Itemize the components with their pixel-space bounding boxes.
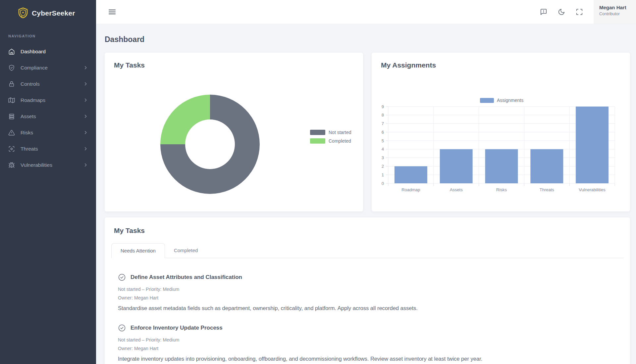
legend-label: Not started <box>329 130 351 135</box>
circle-check-icon[interactable] <box>118 273 126 281</box>
sidebar-item-label: Threats <box>21 146 38 152</box>
task-item: Enforce Inventory Update ProcessNot star… <box>118 324 617 362</box>
svg-text:5: 5 <box>382 138 384 143</box>
scan-target-icon <box>8 146 15 152</box>
user-menu[interactable]: Megan Hart Contributor <box>594 0 636 24</box>
sidebar-item-label: Compliance <box>21 65 48 71</box>
chevron-right-icon <box>83 114 88 119</box>
my-tasks-chart-card: My Tasks Not startedCompleted <box>105 53 363 211</box>
svg-text:2: 2 <box>382 164 384 169</box>
tab-needs-attention[interactable]: Needs Attention <box>111 243 165 258</box>
sidebar-item-label: Assets <box>21 114 36 119</box>
svg-text:1: 1 <box>382 172 384 177</box>
svg-text:Risks: Risks <box>496 187 507 192</box>
cards-row: My Tasks Not startedCompleted My Assignm… <box>105 53 630 211</box>
nav-list: DashboardComplianceControlsRoadmapsAsset… <box>0 43 96 173</box>
task-header[interactable]: Enforce Inventory Update Process <box>118 324 617 332</box>
circle-check-icon[interactable] <box>118 324 126 332</box>
app-logo[interactable]: CyberSeeker <box>0 0 96 19</box>
legend-item: Completed <box>310 138 351 144</box>
svg-text:7: 7 <box>382 121 384 126</box>
task-status: Not started – Priority: Medium <box>118 337 617 342</box>
bar-assets <box>440 149 473 183</box>
bar-roadmap <box>395 166 427 183</box>
assignments-bar-chart: 0123456789RoadmapAssetsRisksThreatsVulne… <box>372 86 630 197</box>
bar-risks <box>485 149 518 183</box>
sidebar-item-assets[interactable]: Assets <box>0 108 96 124</box>
sidebar-item-risks[interactable]: Risks <box>0 124 96 141</box>
svg-text:3: 3 <box>382 155 384 160</box>
svg-text:Vulnerabilities: Vulnerabilities <box>579 187 606 192</box>
legend-label: Completed <box>329 138 351 144</box>
legend-swatch <box>310 130 325 135</box>
topbar-right: Megan Hart Contributor <box>540 0 636 24</box>
bug-icon <box>8 162 15 168</box>
task-description: Standardise asset metadata fields such a… <box>118 305 617 311</box>
shield-logo-icon <box>18 7 28 19</box>
chevron-right-icon <box>83 81 88 86</box>
tasks-donut-chart <box>160 95 260 194</box>
tasks-tabs: Needs AttentionCompleted <box>111 243 623 258</box>
sidebar-item-label: Controls <box>21 81 40 87</box>
legend-swatch <box>310 138 325 144</box>
task-item: Define Asset Attributes and Classificati… <box>118 273 617 311</box>
shield-check-icon <box>8 65 15 71</box>
chevron-right-icon <box>83 162 88 167</box>
app-name: CyberSeeker <box>32 9 75 17</box>
chevron-right-icon <box>83 130 88 135</box>
task-list: Define Asset Attributes and Classificati… <box>105 258 630 362</box>
task-header[interactable]: Define Asset Attributes and Classificati… <box>118 273 617 281</box>
bar-vulnerabilities <box>576 107 609 183</box>
svg-text:9: 9 <box>382 104 384 109</box>
user-name: Megan Hart <box>599 5 633 10</box>
lock-icon <box>8 81 15 87</box>
map-icon <box>8 97 15 104</box>
page-title: Dashboard <box>105 35 630 44</box>
svg-text:Roadmap: Roadmap <box>401 187 420 192</box>
feedback-message-icon[interactable] <box>540 8 547 16</box>
server-stack-icon <box>8 113 15 120</box>
sidebar-item-label: Risks <box>21 130 33 136</box>
chevron-right-icon <box>83 146 88 151</box>
my-assignments-card: My Assignments Assignments 0123456789Roa… <box>372 53 630 211</box>
sidebar-item-label: Roadmaps <box>21 97 45 103</box>
svg-text:8: 8 <box>382 113 384 117</box>
task-owner: Owner: Megan Hart <box>118 346 617 351</box>
sidebar-item-roadmaps[interactable]: Roadmaps <box>0 92 96 108</box>
my-tasks-list-card: My Tasks Needs AttentionCompleted Define… <box>105 217 630 364</box>
menu-toggle-icon[interactable] <box>109 10 116 15</box>
card-title: My Tasks <box>105 217 630 235</box>
fullscreen-icon[interactable] <box>576 8 583 16</box>
main-content: Dashboard My Tasks Not startedCompleted … <box>96 24 636 364</box>
home-icon <box>8 48 15 55</box>
task-title: Define Asset Attributes and Classificati… <box>131 274 242 281</box>
donut-legend: Not startedCompleted <box>310 130 351 147</box>
donut-hole <box>185 119 235 169</box>
chevron-right-icon <box>83 65 88 70</box>
svg-text:Assets: Assets <box>450 187 463 192</box>
nav-section-label: NAVIGATION <box>8 34 96 38</box>
dark-mode-moon-icon[interactable] <box>558 8 565 16</box>
svg-text:6: 6 <box>382 130 384 135</box>
task-title: Enforce Inventory Update Process <box>131 325 223 331</box>
chevron-right-icon <box>83 98 88 103</box>
sidebar-item-dashboard[interactable]: Dashboard <box>0 43 96 60</box>
task-owner: Owner: Megan Hart <box>118 295 617 300</box>
svg-text:Threats: Threats <box>540 187 555 192</box>
sidebar-item-label: Dashboard <box>21 49 46 55</box>
sidebar-item-threats[interactable]: Threats <box>0 141 96 157</box>
task-status: Not started – Priority: Medium <box>118 287 617 292</box>
sidebar-item-label: Vulnerabilities <box>21 162 52 168</box>
sidebar-item-compliance[interactable]: Compliance <box>0 60 96 76</box>
sidebar-item-vulnerabilities[interactable]: Vulnerabilities <box>0 157 96 173</box>
card-title: My Tasks <box>114 61 145 69</box>
sidebar: CyberSeeker NAVIGATION DashboardComplian… <box>0 0 96 364</box>
legend-item: Not started <box>310 130 351 135</box>
sidebar-item-controls[interactable]: Controls <box>0 76 96 92</box>
svg-text:4: 4 <box>382 147 384 152</box>
tab-completed[interactable]: Completed <box>165 243 207 258</box>
card-title: My Assignments <box>381 61 436 69</box>
bar-threats <box>530 149 563 183</box>
topbar: Megan Hart Contributor <box>96 0 636 24</box>
warning-triangle-icon <box>8 129 15 136</box>
